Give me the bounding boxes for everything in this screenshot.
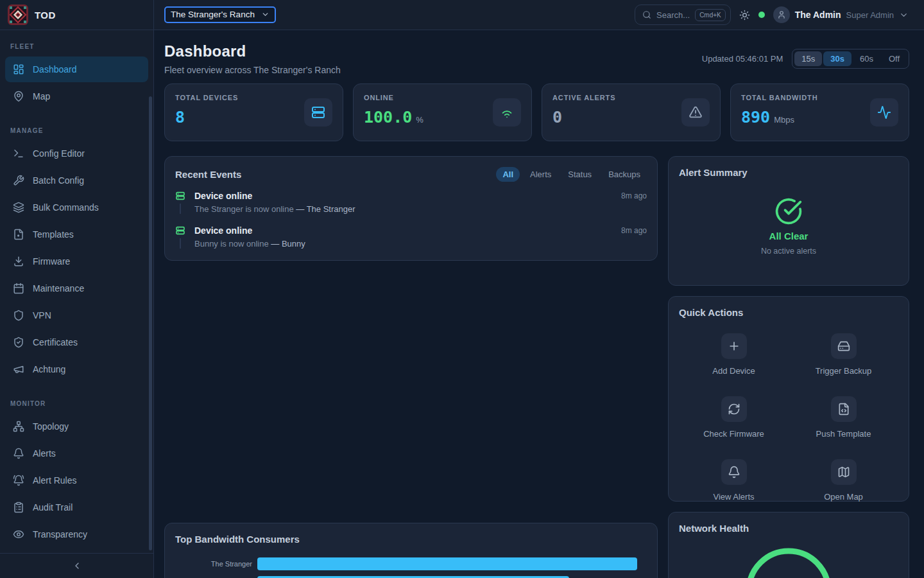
sidebar-item-alerts[interactable]: Alerts [5,441,148,466]
user-menu[interactable]: The Admin Super Admin [773,6,909,23]
interval-off[interactable]: Off [882,51,907,66]
activity-icon [877,105,891,119]
quick-action-open-map[interactable]: Open Map [789,459,898,502]
recent-events-title: Recent Events [175,169,241,180]
stat-value: 100.0 [364,108,412,127]
sidebar-scrollbar[interactable] [149,96,152,550]
server-icon [175,191,185,201]
sidebar-item-map[interactable]: Map [5,83,148,109]
filter-status[interactable]: Status [561,167,598,182]
sidebar-item-label: Transparency [33,529,87,539]
chevron-left-icon [72,561,82,571]
sidebar-item-label: Templates [33,229,74,240]
plus-icon [728,340,740,353]
bandwidth-row: The Stranger [175,557,647,570]
sidebar-item-bulk-commands[interactable]: Bulk Commands [5,195,148,220]
interval-60s[interactable]: 60s [853,51,880,66]
sidebar-item-alert-rules[interactable]: Alert Rules [5,468,148,493]
wifi-icon [500,105,514,119]
fleet-selector[interactable]: The Stranger's Ranch [164,6,276,23]
map-icon [837,466,850,478]
event-filter-tabs: All Alerts Status Backups [496,167,647,182]
sidebar-item-firmware[interactable]: Firmware [5,249,148,274]
quick-action-push-template[interactable]: Push Template [789,396,898,439]
sidebar-item-label: Maintenance [33,283,84,293]
sidebar-item-config-editor[interactable]: Config Editor [5,141,148,166]
megaphone-icon [13,363,24,375]
file-icon [13,229,24,240]
event-title: Device online [194,191,252,201]
timeline-line [180,238,181,249]
sidebar-item-label: Dashboard [33,64,77,74]
quick-action-label: Push Template [816,429,871,439]
event-title: Device online [194,225,252,236]
filter-alerts[interactable]: Alerts [524,167,558,182]
quick-action-trigger-backup[interactable]: Trigger Backup [789,333,898,376]
search-input[interactable]: Search... Cmd+K [635,4,731,25]
avatar [773,6,790,23]
sidebar-item-templates[interactable]: Templates [5,222,148,247]
quick-actions-title: Quick Actions [679,307,898,318]
user-role: Super Admin [846,10,894,20]
event-device: The Stranger [307,204,355,214]
sidebar-item-label: Config Editor [33,148,85,159]
theme-toggle-button[interactable] [739,10,750,21]
alert-summary-title: Alert Summary [679,167,898,178]
quick-action-add-device[interactable]: Add Device [679,333,789,376]
sidebar-item-label: Certificates [33,337,78,347]
app-logo: TOD [0,0,153,30]
dashboard-content: Dashboard Fleet overview across The Stra… [154,30,924,578]
top-bandwidth-panel: Top Bandwidth Consumers The Stranger Wal… [164,523,658,578]
bell-ring-icon [13,475,24,486]
sidebar-collapse-button[interactable] [0,553,153,578]
sidebar-item-achtung[interactable]: Achtung [5,356,148,382]
sidebar-item-maintenance[interactable]: Maintenance [5,276,148,301]
sidebar-item-transparency[interactable]: Transparency [5,521,148,547]
interval-15s[interactable]: 15s [794,51,822,66]
quick-action-check-firmware[interactable]: Check Firmware [679,396,789,439]
interval-30s[interactable]: 30s [823,51,851,66]
quick-action-label: Check Firmware [703,429,764,439]
server-icon [311,105,326,120]
quick-action-view-alerts[interactable]: View Alerts [679,459,789,502]
nav-section-monitor: MONITOR [0,400,153,407]
network-icon [13,421,24,432]
map-pin-icon [13,91,24,102]
sidebar-item-label: VPN [33,310,51,320]
quick-action-label: Trigger Backup [816,366,872,376]
event-row: Device online 8m ago Bunny is now online… [175,225,647,250]
server-icon [175,225,185,236]
stat-card-online: ONLINE 100.0% [353,83,532,141]
filter-backups[interactable]: Backups [602,167,647,182]
sun-icon [739,10,750,21]
bandwidth-bar-chart: The Stranger Walter [175,557,647,578]
eye-icon [13,529,24,540]
sidebar-item-label: Batch Config [33,175,84,186]
event-time: 8m ago [621,191,647,200]
sidebar-item-certificates[interactable]: Certificates [5,329,148,355]
sidebar-item-audit-trail[interactable]: Audit Trail [5,495,148,520]
filter-all[interactable]: All [496,167,520,182]
search-icon [642,10,651,19]
quick-actions-panel: Quick Actions Add Device Trigger Backup [668,296,909,502]
nav-section-manage: MANAGE [0,127,153,134]
sidebar-item-topology[interactable]: Topology [5,414,148,439]
quick-action-label: View Alerts [713,492,754,502]
layers-icon [13,202,24,213]
sidebar-nav: FLEET Dashboard Map MANAGE Config Editor… [0,30,153,553]
sidebar-item-label: Audit Trail [33,502,73,512]
stat-label: ONLINE [364,94,424,101]
sidebar-item-label: Achtung [33,364,65,374]
event-description: The Stranger is now online — The Strange… [194,204,647,214]
shield-check-icon [13,337,24,348]
page-subtitle: Fleet overview across The Stranger's Ran… [164,65,341,75]
sidebar-item-batch-config[interactable]: Batch Config [5,168,148,193]
network-health-panel: Network Health 100 [668,512,909,578]
search-shortcut-badge: Cmd+K [695,9,726,21]
calendar-icon [13,283,24,294]
sidebar-item-dashboard[interactable]: Dashboard [5,57,148,82]
connection-status-dot [758,12,765,18]
updated-timestamp: Updated 05:46:01 PM [702,54,783,64]
sidebar-item-vpn[interactable]: VPN [5,302,148,328]
event-device: Bunny [282,239,305,249]
